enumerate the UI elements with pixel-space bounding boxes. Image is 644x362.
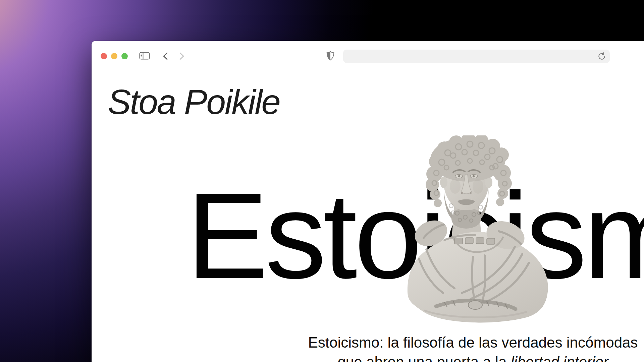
marcus-aurelius-bust-image	[404, 135, 552, 323]
browser-window: Stoa Poikile Estoicismo	[92, 41, 644, 362]
desktop-background: Stoa Poikile Estoicismo	[0, 0, 644, 362]
tagline-line2: que abren una puerta a la	[337, 354, 511, 362]
tagline-line2-emphasis: libertad interior	[511, 354, 608, 362]
tagline-line1: Estoicismo: la filosofía de las verdades…	[308, 334, 638, 351]
page-content: Stoa Poikile Estoicismo	[92, 41, 644, 362]
site-title: Stoa Poikile	[108, 82, 280, 122]
page-tagline: Estoicismo: la filosofía de las verdades…	[188, 333, 644, 362]
